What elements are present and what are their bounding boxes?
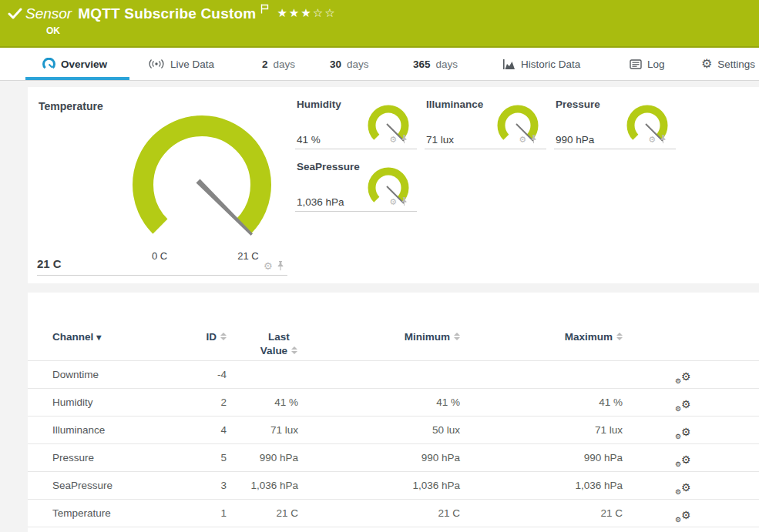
seapressure-gauge-card: SeaPressure 1,036 hPa ⚙ <box>295 161 417 212</box>
gear-icon[interactable]: ⚙ <box>389 198 397 206</box>
table-row-downtime: Downtime -4 ⚙⚙ <box>28 360 759 388</box>
gauge-card-title: Temperature <box>39 100 103 112</box>
gauge-current-value: 990 hPa <box>556 134 594 146</box>
priority-flag-icon[interactable] <box>260 4 269 14</box>
sort-icon <box>220 333 227 340</box>
table-row-seapressure: SeaPressure 3 1,036 hPa 1,036 hPa 1,036 … <box>28 471 759 499</box>
log-icon <box>630 59 642 69</box>
tab-365-days[interactable]: 365 days <box>413 48 458 80</box>
gear-icon: ⚙ <box>701 58 712 70</box>
tab-30-days[interactable]: 30 days <box>330 48 369 80</box>
illuminance-gauge-card: Illuminance 71 lux ⚙ <box>425 99 546 149</box>
pin-icon[interactable] <box>401 197 408 206</box>
channel-rows: Downtime -4 ⚙⚙ Humidity 2 41 % 41 % 41 %… <box>28 360 759 527</box>
gauge-card-title: Pressure <box>556 99 600 110</box>
channel-settings-gears-icon[interactable]: ⚙⚙ <box>675 369 695 389</box>
gauge-card-title: SeaPressure <box>297 161 360 172</box>
area-chart-icon <box>502 59 516 70</box>
gear-icon[interactable]: ⚙ <box>389 136 397 144</box>
card-actions: ⚙ <box>389 135 408 144</box>
channel-settings-gears-icon[interactable]: ⚙⚙ <box>675 480 695 500</box>
card-actions: ⚙ <box>389 197 408 206</box>
object-type-label: Sensor <box>25 5 72 22</box>
sort-caret-down-icon: ▾ <box>96 332 101 343</box>
star-rating[interactable]: ★★★☆☆ <box>277 6 336 20</box>
pin-icon[interactable] <box>277 261 284 271</box>
table-row-temperature: Temperature 1 21 C 21 C 21 C ⚙⚙ <box>28 499 759 527</box>
sort-icon <box>291 346 297 354</box>
prtg-sensor-page: Sensor MQTT Subscribe Custom ★★★☆☆ OK Ov… <box>0 0 759 532</box>
gauge-card-title: Humidity <box>297 99 341 110</box>
column-header-minimum[interactable]: Minimum <box>298 331 460 343</box>
channel-settings-gears-icon[interactable]: ⚙⚙ <box>675 507 695 527</box>
gear-icon[interactable]: ⚙ <box>264 261 273 271</box>
pressure-gauge-card: Pressure 990 hPa ⚙ <box>554 99 676 149</box>
card-divider <box>37 275 287 276</box>
sensor-title: MQTT Subscribe Custom <box>78 5 256 22</box>
column-header-maximum[interactable]: Maximum <box>460 331 623 343</box>
column-header-channel[interactable]: Channel▾ <box>52 331 101 343</box>
channel-settings-gears-icon[interactable]: ⚙⚙ <box>675 424 695 444</box>
channels-table-panel: Channel▾ ID Last Value Minimum Maximum D… <box>28 293 759 532</box>
sort-icon <box>454 333 460 340</box>
gauge-icon <box>42 58 55 70</box>
tab-2-days[interactable]: 2 days <box>262 48 295 80</box>
temperature-gauge <box>125 108 279 262</box>
sensor-title-row: Sensor MQTT Subscribe Custom ★★★☆☆ <box>25 4 337 23</box>
humidity-gauge-card: Humidity 41 % ⚙ <box>295 99 417 149</box>
tab-log[interactable]: Log <box>630 48 665 80</box>
channel-settings-gears-icon[interactable]: ⚙⚙ <box>675 452 695 472</box>
card-actions: ⚙ <box>648 135 667 144</box>
gear-icon[interactable]: ⚙ <box>519 136 526 144</box>
sensor-status-header: Sensor MQTT Subscribe Custom ★★★☆☆ OK <box>0 0 759 48</box>
gauge-current-value: 41 % <box>297 134 321 146</box>
pin-icon[interactable] <box>530 135 537 144</box>
gauge-current-value: 1,036 hPa <box>297 196 344 208</box>
active-tab-underline <box>25 77 129 80</box>
table-row-pressure: Pressure 5 990 hPa 990 hPa 990 hPa ⚙⚙ <box>28 443 759 471</box>
gauge-scale-min: 0 C <box>143 250 176 262</box>
gauge-current-value: 21 C <box>37 257 62 270</box>
tab-bar: Overview Live Data 2 days 30 days 365 da… <box>0 48 759 81</box>
channel-settings-gears-icon[interactable]: ⚙⚙ <box>675 396 695 417</box>
gauges-panel: Temperature 0 C 21 C 21 C ⚙ Humidity <box>28 87 759 283</box>
card-actions: ⚙ <box>519 135 537 144</box>
gauge-current-value: 71 lux <box>426 134 454 146</box>
table-row-humidity: Humidity 2 41 % 41 % 41 % ⚙⚙ <box>28 388 759 416</box>
tab-settings[interactable]: ⚙ Settings <box>701 48 755 80</box>
column-header-id[interactable]: ID <box>166 331 227 343</box>
pin-icon[interactable] <box>401 135 408 144</box>
status-badge: OK <box>46 25 60 36</box>
tab-historic-data[interactable]: Historic Data <box>502 48 580 80</box>
gauge-card-title: Illuminance <box>426 99 483 110</box>
tab-overview[interactable]: Overview <box>42 48 107 80</box>
table-row-illuminance: Illuminance 4 71 lux 50 lux 71 lux ⚙⚙ <box>28 416 759 443</box>
card-actions: ⚙ <box>264 261 284 271</box>
gear-icon[interactable]: ⚙ <box>648 136 656 144</box>
gauge-scale-max: 21 C <box>231 250 265 262</box>
broadcast-icon <box>148 59 165 69</box>
pin-icon[interactable] <box>660 135 667 144</box>
tab-live-data[interactable]: Live Data <box>148 48 214 80</box>
status-ok-check-icon <box>8 8 22 20</box>
table-bottom-divider <box>28 527 759 527</box>
sort-icon <box>616 333 623 340</box>
